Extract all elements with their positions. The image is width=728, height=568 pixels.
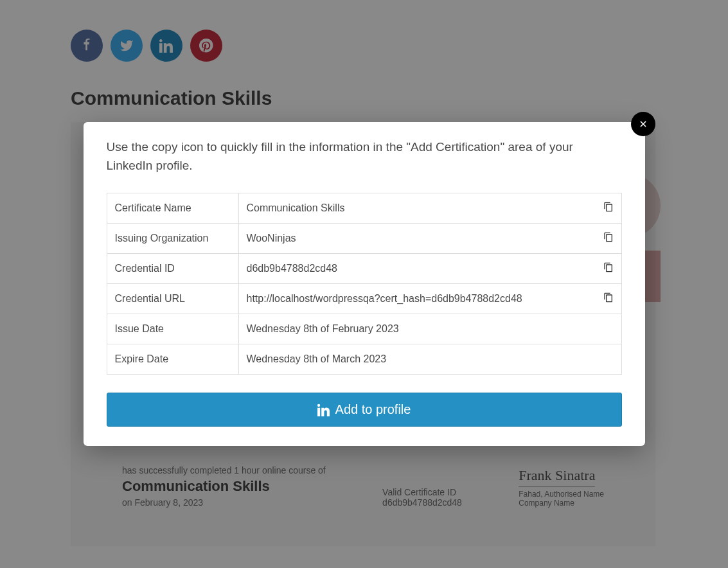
row-value: Wednesday 8th of March 2023 [238, 344, 621, 375]
table-row: Issue DateWednesday 8th of February 2023 [107, 314, 621, 344]
row-label: Credential URL [107, 284, 238, 314]
copy-icon [603, 232, 614, 242]
copy-button[interactable] [603, 232, 614, 245]
copy-icon [603, 202, 614, 212]
table-row: Issuing OrganizationWooNinjas [107, 224, 621, 254]
certification-table: Certificate NameCommunication SkillsIssu… [107, 193, 622, 375]
row-label: Issuing Organization [107, 224, 238, 254]
linkedin-icon [317, 404, 330, 416]
row-value: Communication Skills [238, 193, 621, 224]
table-row: Credential URLhttp://localhost/wordpress… [107, 284, 621, 314]
row-value: d6db9b4788d2cd48 [238, 254, 621, 284]
row-value-text: Wednesday 8th of March 2023 [247, 353, 387, 364]
close-icon [638, 119, 648, 129]
copy-button[interactable] [603, 262, 614, 275]
modal-instruction: Use the copy icon to quickly fill in the… [107, 138, 622, 175]
row-label: Certificate Name [107, 193, 238, 224]
row-value: WooNinjas [238, 224, 621, 254]
row-value-text: d6db9b4788d2cd48 [247, 263, 337, 274]
row-value: http://localhost/wordpressqa?cert_hash=d… [238, 284, 621, 314]
row-value-text: WooNinjas [247, 233, 296, 244]
add-button-label: Add to profile [335, 402, 411, 417]
copy-icon [603, 262, 614, 272]
row-label: Expire Date [107, 344, 238, 375]
certification-modal: Use the copy icon to quickly fill in the… [84, 122, 645, 447]
copy-button[interactable] [603, 292, 614, 305]
table-row: Expire DateWednesday 8th of March 2023 [107, 344, 621, 375]
close-button[interactable] [631, 112, 655, 136]
table-row: Credential IDd6db9b4788d2cd48 [107, 254, 621, 284]
copy-icon [603, 292, 614, 303]
modal-overlay[interactable]: Use the copy icon to quickly fill in the… [0, 0, 728, 568]
table-row: Certificate NameCommunication Skills [107, 193, 621, 224]
row-value: Wednesday 8th of February 2023 [238, 314, 621, 344]
row-value-text: Communication Skills [247, 202, 345, 213]
row-label: Issue Date [107, 314, 238, 344]
add-to-profile-button[interactable]: Add to profile [107, 393, 622, 427]
row-value-text: Wednesday 8th of February 2023 [247, 323, 399, 334]
row-value-text: http://localhost/wordpressqa?cert_hash=d… [247, 293, 522, 304]
row-label: Credential ID [107, 254, 238, 284]
copy-button[interactable] [603, 202, 614, 215]
